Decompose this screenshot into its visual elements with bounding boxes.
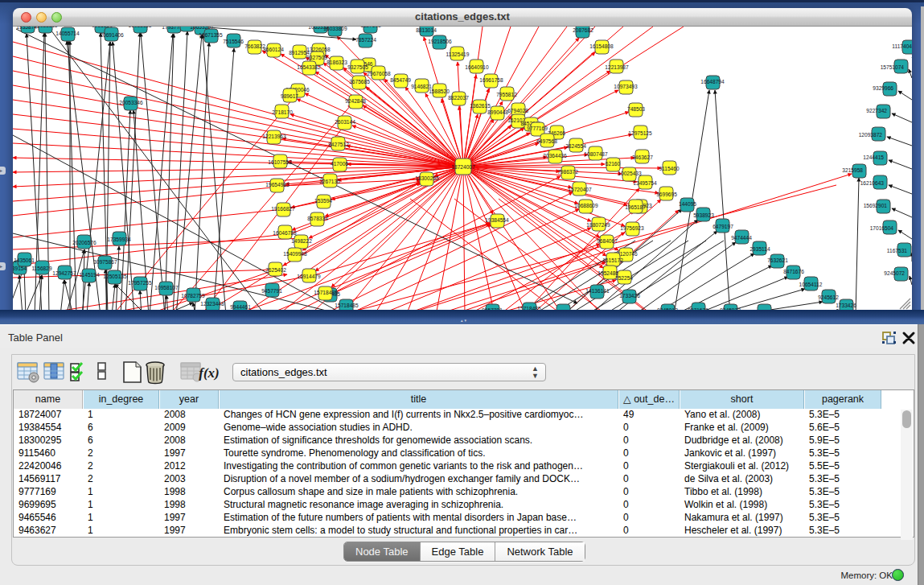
svg-text:10654112: 10654112: [799, 282, 823, 287]
svg-text:9474444: 9474444: [731, 235, 752, 241]
svg-text:62160: 62160: [606, 161, 621, 167]
svg-text:8813014: 8813014: [416, 27, 437, 33]
svg-text:16671355: 16671355: [199, 32, 223, 38]
svg-text:17016504: 17016504: [870, 225, 894, 231]
svg-text:16933811: 16933811: [35, 27, 58, 28]
svg-text:6497568: 6497568: [536, 138, 557, 144]
svg-text:3824554: 3824554: [565, 143, 586, 149]
svg-text:10025433: 10025433: [618, 171, 642, 176]
svg-text:16961758: 16961758: [479, 77, 503, 83]
svg-text:15718485: 15718485: [335, 303, 359, 308]
svg-text:2718170: 2718170: [272, 109, 293, 115]
svg-text:15409948: 15409948: [283, 251, 307, 257]
svg-text:7986372: 7986372: [557, 169, 578, 175]
svg-text:9463627: 9463627: [632, 154, 653, 160]
svg-text:8427512: 8427512: [328, 142, 349, 147]
svg-text:1527602: 1527602: [360, 27, 381, 28]
svg-text:7857224: 7857224: [355, 37, 376, 43]
svg-text:12942757: 12942757: [52, 270, 76, 276]
svg-text:9227342: 9227342: [866, 108, 887, 113]
svg-text:9115460: 9115460: [659, 166, 680, 171]
svg-text:1244415: 1244415: [863, 154, 884, 160]
svg-text:1733426: 1733426: [619, 293, 640, 299]
svg-text:9777169: 9777169: [527, 126, 548, 131]
svg-text:1156829: 1156829: [31, 266, 52, 271]
svg-text:11325419: 11325419: [446, 51, 470, 57]
svg-text:14136141: 14136141: [585, 288, 610, 294]
svg-text:16046788: 16046788: [273, 230, 297, 236]
svg-text:1588520: 1588520: [429, 89, 450, 94]
svg-text:18807249: 18807249: [586, 222, 610, 228]
svg-text:3267130: 3267130: [319, 179, 340, 184]
svg-text:7625402: 7625402: [265, 267, 286, 273]
svg-text:12093872: 12093872: [859, 132, 883, 138]
svg-text:1498222: 1498222: [291, 238, 312, 244]
svg-text:6479197: 6479197: [713, 224, 733, 229]
svg-text:20053346: 20053346: [119, 100, 143, 105]
svg-text:9327505: 9327505: [347, 64, 368, 70]
svg-text:144095: 144095: [679, 201, 696, 207]
svg-text:19218506: 19218506: [428, 39, 452, 44]
svg-text:1615172: 1615172: [602, 257, 623, 263]
svg-text:12975125: 12975125: [628, 130, 652, 136]
svg-text:9245612: 9245612: [818, 295, 839, 300]
svg-text:8822037: 8822037: [448, 95, 469, 101]
svg-text:10973493: 10973493: [614, 84, 638, 89]
svg-text:30975867: 30975867: [93, 259, 117, 265]
svg-text:1965187: 1965187: [625, 204, 646, 210]
svg-text:f(x): f(x): [199, 365, 219, 381]
svg-text:13495754: 13495754: [633, 180, 657, 186]
svg-text:7632621: 7632621: [767, 257, 788, 263]
svg-text:10688609: 10688609: [574, 203, 598, 208]
svg-text:9699695: 9699695: [656, 192, 677, 197]
svg-text:18724007: 18724007: [451, 164, 475, 170]
svg-text:1362615: 1362615: [470, 103, 491, 109]
svg-text:7515546: 7515546: [223, 39, 244, 44]
svg-text:19384554: 19384554: [485, 217, 509, 223]
svg-text:6794028: 6794028: [507, 108, 528, 113]
svg-text:15718485: 15718485: [314, 290, 338, 295]
svg-text:989617: 989617: [281, 93, 298, 99]
svg-text:20691406: 20691406: [100, 32, 124, 38]
svg-text:12323448: 12323448: [200, 301, 224, 307]
svg-text:15692901: 15692901: [864, 203, 888, 208]
svg-text:8471676: 8471676: [783, 269, 804, 274]
svg-text:8990448: 8990448: [487, 109, 508, 115]
svg-text:2935114: 2935114: [749, 246, 770, 252]
svg-text:3215958: 3215958: [842, 167, 863, 173]
svg-text:19166827: 19166827: [271, 206, 295, 212]
svg-text:1167531: 1167531: [887, 248, 908, 253]
svg-text:20364436: 20364436: [543, 153, 567, 159]
svg-text:16648794: 16648794: [700, 79, 725, 84]
svg-text:15751074: 15751074: [881, 64, 905, 70]
svg-text:1733426: 1733426: [836, 303, 856, 308]
svg-text:9329966: 9329966: [873, 85, 893, 91]
svg-text:29676058: 29676058: [367, 71, 391, 76]
svg-text:7955812: 7955812: [496, 92, 517, 97]
svg-text:10807487: 10807487: [584, 151, 608, 157]
svg-text:16938113: 16938113: [129, 27, 152, 28]
svg-text:12213963: 12213963: [262, 134, 286, 139]
svg-text:8186323: 8186323: [326, 60, 347, 65]
svg-text:8660124: 8660124: [263, 47, 284, 52]
svg-text:2603144: 2603144: [335, 119, 355, 125]
svg-text:19654983: 19654983: [265, 182, 290, 187]
svg-text:16210643: 16210643: [860, 180, 885, 186]
svg-text:9684067: 9684067: [597, 238, 618, 244]
svg-text:9457791: 9457791: [261, 288, 282, 294]
svg-text:748503: 748503: [627, 106, 645, 112]
svg-text:10958107: 10958107: [154, 285, 179, 290]
svg-text:19756923: 19756923: [620, 225, 644, 231]
svg-text:17359934: 17359934: [107, 237, 131, 242]
svg-text:16640910: 16640910: [465, 64, 489, 70]
svg-text:18300295: 18300295: [415, 175, 439, 181]
svg-text:2087682: 2087682: [573, 27, 593, 33]
svg-text:3675685: 3675685: [349, 79, 370, 84]
svg-text:1145194: 1145194: [79, 272, 100, 278]
svg-text:16033809: 16033809: [323, 27, 347, 31]
svg-text:16154808: 16154808: [589, 43, 614, 49]
svg-text:8454749: 8454749: [390, 77, 411, 83]
svg-text:5938923: 5938923: [693, 212, 714, 218]
svg-text:16107553: 16107553: [268, 159, 292, 165]
svg-text:1117404: 1117404: [892, 43, 912, 49]
